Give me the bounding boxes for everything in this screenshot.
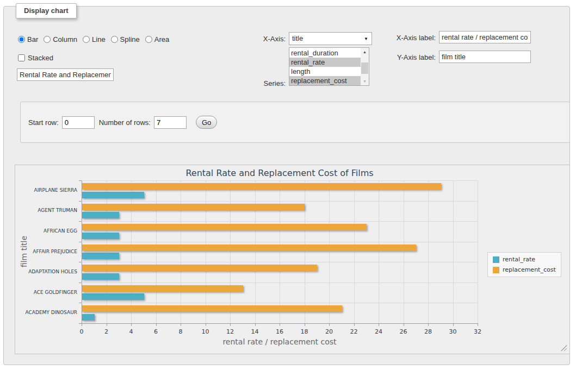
panel-title: Display chart (16, 3, 77, 18)
y-axis-tick (79, 180, 82, 181)
gridline (404, 180, 404, 323)
gridline (82, 283, 478, 283)
series-option-rental_rate[interactable]: rental_rate (289, 58, 361, 67)
gridline (82, 303, 478, 303)
stacked-label: Stacked (28, 54, 53, 62)
gridline (131, 180, 132, 323)
chart-type-label: Bar (27, 35, 38, 43)
gridline (107, 180, 107, 323)
y-axis-label-input[interactable] (439, 51, 531, 63)
bar-replacement_cost[interactable] (82, 204, 305, 210)
chart-type-label: Column (53, 35, 77, 43)
chart-type-option-area[interactable]: Area (145, 35, 169, 43)
x-axis-tick-label: 0 (73, 328, 90, 335)
x-axis-line (82, 323, 478, 324)
bar-replacement_cost[interactable] (82, 244, 416, 251)
x-axis-tick-label: 16 (271, 328, 288, 335)
chart-type-option-line[interactable]: Line (83, 35, 106, 43)
x-axis-label-label: X-Axis label: (357, 34, 436, 42)
series-option-length[interactable]: length (289, 67, 361, 76)
x-axis-tick-label: 2 (98, 328, 115, 335)
start-row-input[interactable] (62, 116, 95, 129)
num-rows-label: Number of rows: (99, 118, 151, 127)
scroll-down-icon[interactable]: ▼ (361, 77, 369, 85)
y-axis-tick (79, 221, 82, 222)
y-axis-tick (79, 323, 82, 324)
x-axis-tick-label: 18 (296, 328, 313, 335)
y-axis-title: film title (20, 197, 28, 306)
y-axis-tick (79, 303, 82, 303)
chart-type-radio-column[interactable] (44, 36, 51, 43)
gridline (82, 262, 478, 262)
chart-type-radiogroup: BarColumnLineSplineArea (18, 35, 169, 43)
chart-type-radio-spline[interactable] (111, 36, 118, 43)
chart-type-radio-bar[interactable] (18, 36, 25, 43)
bar-rental_rate[interactable] (82, 212, 119, 218)
bar-rental_rate[interactable] (82, 273, 119, 280)
bar-replacement_cost[interactable] (82, 305, 342, 312)
chart-type-radio-area[interactable] (145, 36, 152, 43)
bar-replacement_cost[interactable] (82, 224, 367, 230)
scrollbar-thumb[interactable] (361, 62, 368, 74)
bar-rental_rate[interactable] (82, 192, 144, 198)
num-rows-input[interactable] (154, 116, 187, 129)
chart-type-option-spline[interactable]: Spline (111, 35, 140, 43)
y-axis-line (82, 180, 82, 323)
bar-rental_rate[interactable] (82, 314, 95, 321)
x-axis-tick-label: 20 (321, 328, 337, 335)
x-axis-tick-label: 4 (123, 328, 139, 335)
legend-label: replacement_cost (503, 266, 556, 273)
gridline (280, 180, 280, 323)
x-axis-tick-label: 22 (346, 328, 362, 335)
x-axis-tick (478, 323, 478, 326)
legend-swatch-rental_rate (493, 256, 499, 263)
bar-replacement_cost[interactable] (82, 183, 441, 190)
chart-type-radio-line[interactable] (83, 36, 90, 43)
bar-replacement_cost[interactable] (82, 285, 243, 292)
chart-type-option-column[interactable]: Column (44, 35, 77, 43)
x-axis-selected-value: title (292, 34, 303, 42)
chart-type-label: Line (92, 35, 106, 43)
bar-replacement_cost[interactable] (82, 265, 317, 271)
y-axis-label-label: Y-Axis label: (357, 53, 436, 61)
legend-item-rental_rate[interactable]: rental_rate (493, 256, 556, 263)
series-label: Series: (249, 79, 286, 87)
legend-swatch-replacement_cost (493, 267, 499, 273)
x-axis-tick-label: 24 (370, 328, 387, 335)
chart-title: Rental Rate and Replacement Cost of Film… (82, 168, 478, 178)
x-axis-label-input[interactable] (439, 31, 531, 43)
go-button[interactable]: Go (196, 116, 217, 129)
series-option-rental_duration[interactable]: rental_duration (289, 48, 361, 58)
stacked-checkbox[interactable] (18, 54, 25, 61)
bar-rental_rate[interactable] (82, 293, 144, 300)
bar-rental_rate[interactable] (82, 233, 119, 239)
resize-handle-icon[interactable] (561, 345, 567, 351)
bar-rental_rate[interactable] (82, 253, 119, 259)
stacked-checkbox-row[interactable]: Stacked (18, 54, 53, 62)
legend-item-replacement_cost[interactable]: replacement_cost (493, 266, 556, 273)
gridline (379, 180, 379, 323)
gridline (354, 180, 355, 323)
gridline (453, 180, 454, 323)
x-axis-tick-label: 32 (469, 328, 486, 335)
gridline (478, 180, 478, 323)
gridline (206, 180, 206, 323)
x-axis-tick-label: 30 (445, 328, 461, 335)
chart-type-label: Spline (120, 35, 140, 43)
y-axis-category-label: AIRPLANE SIERRA (15, 187, 77, 193)
gridline (181, 180, 181, 323)
series-options: rental_durationrental_ratelengthreplacem… (289, 48, 361, 85)
legend-label: rental_rate (503, 256, 535, 263)
chart-legend: rental_ratereplacement_cost (487, 252, 561, 277)
x-axis-tick-label: 8 (172, 328, 189, 335)
x-axis-tick-label: 12 (222, 328, 238, 335)
gridline (230, 180, 231, 323)
row-range-panel: Start row: Number of rows: Go (20, 102, 570, 143)
x-axis-tick-label: 6 (148, 328, 164, 335)
series-option-replacement_cost[interactable]: replacement_cost (289, 76, 361, 85)
y-axis-tick (79, 201, 82, 202)
gridline (156, 180, 157, 323)
chart-type-option-bar[interactable]: Bar (18, 35, 38, 43)
y-axis-tick (79, 283, 82, 283)
chart-title-input[interactable] (17, 68, 114, 81)
